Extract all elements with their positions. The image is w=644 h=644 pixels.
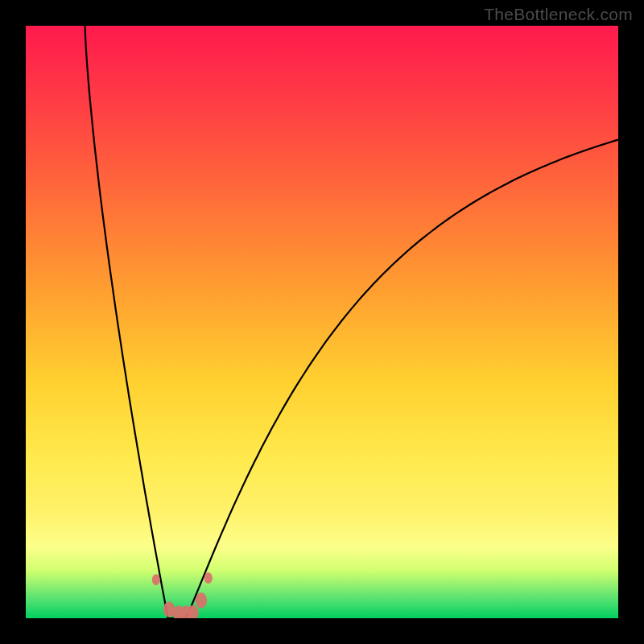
plot-area bbox=[26, 26, 618, 618]
marker-point bbox=[204, 572, 213, 584]
attribution-watermark: TheBottleneck.com bbox=[484, 5, 633, 24]
bottleneck-curve bbox=[85, 26, 618, 618]
marker-point bbox=[152, 574, 160, 585]
marker-point bbox=[196, 592, 207, 609]
curve-layer bbox=[26, 26, 618, 618]
chart-frame: TheBottleneck.com bbox=[0, 0, 644, 644]
